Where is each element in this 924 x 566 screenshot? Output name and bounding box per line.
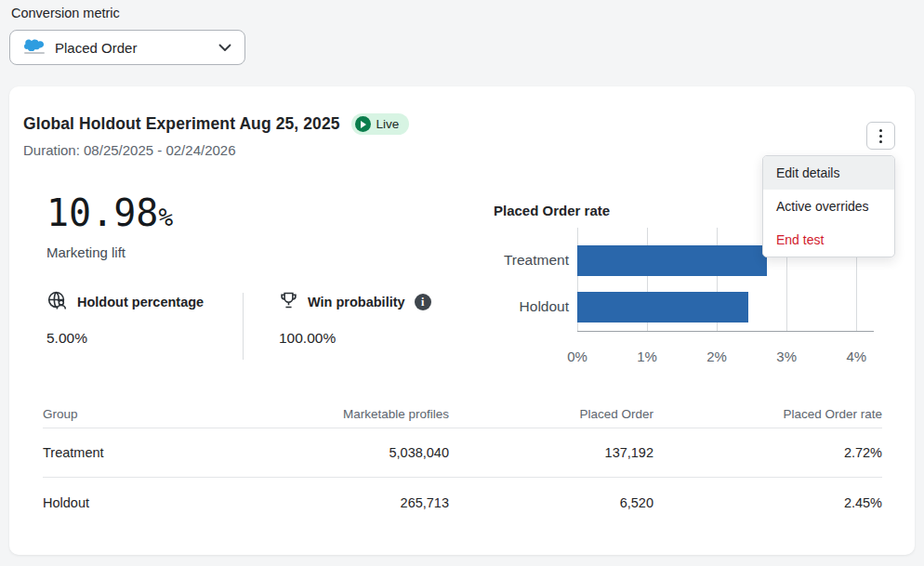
chart-category-holdout: Holdout <box>453 298 569 315</box>
kebab-icon <box>879 129 882 132</box>
results-table: Group Marketable profiles Placed Order P… <box>43 400 882 527</box>
col-header-group: Group <box>43 407 229 421</box>
experiment-dashboard: Conversion metric Placed Order Global Ho… <box>0 0 924 566</box>
actions-menu: Edit details Active overrides End test <box>762 155 895 257</box>
conversion-metric-label: Conversion metric <box>11 6 120 20</box>
conversion-metric-value: Placed Order <box>55 40 218 56</box>
salesforce-cloud-icon <box>23 38 46 57</box>
holdout-percentage-block: Holdout percentage 5.00% <box>46 291 204 347</box>
experiment-title: Global Holdout Experiment Aug 25, 2025 <box>23 114 340 134</box>
menu-item-edit-details[interactable]: Edit details <box>763 156 894 190</box>
menu-item-end-test[interactable]: End test <box>763 223 894 257</box>
status-badge-label: Live <box>376 117 400 131</box>
conversion-metric-select[interactable]: Placed Order <box>9 30 245 65</box>
x-tick: 2% <box>706 349 727 364</box>
stats-divider <box>243 293 244 360</box>
x-tick: 4% <box>846 349 866 364</box>
x-tick: 1% <box>637 349 657 364</box>
chart-category-treatment: Treatment <box>453 252 569 269</box>
holdout-percentage-value: 5.00% <box>46 330 204 347</box>
more-actions-button[interactable] <box>866 122 895 150</box>
col-header-placed-order: Placed Order <box>449 407 653 421</box>
table-row-treatment: Treatment 5,038,040 137,192 2.72% <box>43 428 882 478</box>
menu-item-active-overrides[interactable]: Active overrides <box>763 190 894 223</box>
chart-x-axis: 0% 1% 2% 3% 4% <box>577 349 874 367</box>
win-probability-block: Win probability i 100.00% <box>279 291 431 347</box>
marketing-lift-label: Marketing lift <box>46 244 125 260</box>
globe-audience-icon <box>46 290 68 315</box>
info-icon[interactable]: i <box>415 294 431 310</box>
bar-holdout <box>577 292 748 322</box>
experiment-duration: Duration: 08/25/2025 - 02/24/2026 <box>23 142 236 158</box>
col-header-rate: Placed Order rate <box>653 407 882 421</box>
x-tick: 0% <box>567 349 587 364</box>
status-badge-live: Live <box>351 113 410 135</box>
bar-treatment <box>577 245 767 276</box>
chart-title: Placed Order rate <box>494 203 610 218</box>
x-tick: 3% <box>776 349 797 364</box>
table-row-holdout: Holdout 265,713 6,520 2.45% <box>43 478 882 527</box>
marketing-lift-value: 10.98% <box>46 191 173 235</box>
holdout-percentage-label: Holdout percentage <box>77 295 204 309</box>
trophy-icon <box>279 290 298 314</box>
play-icon <box>355 116 371 132</box>
table-header-row: Group Marketable profiles Placed Order P… <box>43 400 882 428</box>
win-probability-value: 100.00% <box>279 330 431 347</box>
chevron-down-icon <box>218 44 231 52</box>
win-probability-label: Win probability <box>308 295 405 309</box>
col-header-profiles: Marketable profiles <box>229 407 449 421</box>
